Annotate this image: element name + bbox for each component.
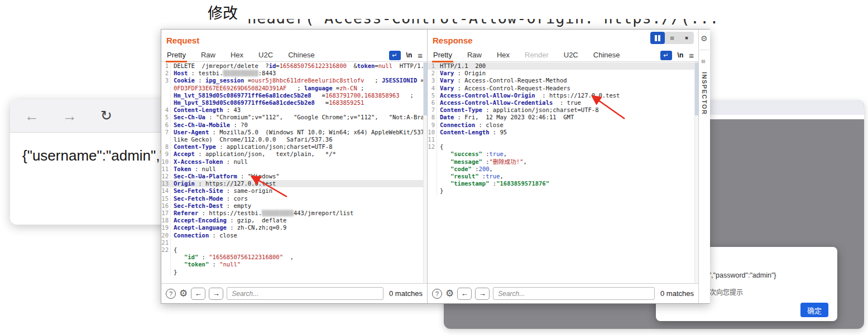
code-line: like Gecko) Chrome/112.0.0.0 Safari/537.… — [161, 136, 423, 143]
code-line: "result" :true, — [428, 173, 694, 180]
code-line: 16Sec-Fetch-Dest : empty — [161, 202, 423, 210]
request-scrollbar[interactable] — [423, 62, 427, 283]
soft-wrap-icon[interactable]: ↵ — [389, 51, 401, 60]
request-code-area: 1DELETE /jmreport/delete ?id=16568507561… — [161, 62, 423, 283]
layout-single-button[interactable]: ■ — [679, 32, 694, 44]
code-line: "timestamp" :"1683859571876" — [428, 180, 694, 187]
http-message-editor-window: Request PrettyRawHexU2CChinese ↵ \n ≡ 1D… — [161, 29, 710, 304]
code-line: 5Sec-Ch-Ua : "Chromium";v="112", "Google… — [161, 114, 423, 121]
response-title: Response — [433, 36, 473, 45]
layout-rows-button[interactable]: ≡ — [665, 32, 679, 44]
gear-icon[interactable]: ⚙ — [701, 34, 708, 43]
show-newlines-toggle[interactable]: \n — [678, 51, 684, 59]
code-line: 18Accept-Encoding : gzip, deflate — [161, 217, 423, 224]
code-line: 1HTTP/1.1 200 — [428, 62, 694, 70]
ok-button[interactable]: 确定 — [800, 303, 828, 317]
search-prev-button[interactable]: ← — [457, 288, 472, 300]
tab-chinese[interactable]: Chinese — [593, 51, 620, 59]
code-line: 21 — [161, 239, 423, 246]
code-line: 12{ — [428, 143, 694, 150]
code-line: "message" :"删除成功!", — [428, 158, 694, 166]
tab-render[interactable]: Render — [525, 51, 549, 59]
code-line: 9Connection : close — [428, 122, 694, 129]
request-pane: Request PrettyRawHexU2CChinese ↵ \n ≡ 1D… — [161, 30, 428, 303]
code-line: 7User-Agent : Mozilla/5.0 (Windows NT 10… — [161, 129, 423, 136]
code-line: 20Connection : close — [161, 232, 423, 239]
code-line: 12Sec-Ch-Ua-Platform : "Windows" — [161, 173, 423, 180]
code-line: 22{ — [161, 246, 423, 254]
code-line: Hm_lvt_5819d05c0869771ff6e6a81cdec5b2e8 … — [161, 92, 423, 99]
code-line: 8Content-Type : application/json;charset… — [161, 143, 423, 150]
code-line: 0FD3FDF33E67EE69269D650824D391AF ; langu… — [161, 85, 423, 92]
code-line: 13Origin : https://127.0.0.test — [161, 180, 423, 187]
tab-pretty[interactable]: Pretty — [167, 51, 186, 59]
response-scrollbar[interactable] — [694, 62, 698, 283]
search-prev-button[interactable]: ← — [191, 288, 205, 300]
help-icon[interactable]: ? — [166, 289, 176, 299]
dialog-message-fragment: nin","password":"admin"} — [699, 271, 776, 279]
search-settings-icon[interactable]: ⚙ — [179, 289, 188, 298]
request-match-count: 0 matches — [387, 289, 423, 298]
inspector-sidebar: ⚙ ≡ INSPECTOR — [698, 30, 710, 303]
tab-u2c[interactable]: U2C — [564, 51, 578, 59]
inspector-label[interactable]: INSPECTOR — [701, 72, 708, 115]
code-line: 3Cookie : ipg_session =ousr5j8hbc611dre8… — [161, 77, 423, 84]
response-match-count: 0 matches — [658, 289, 694, 298]
tab-u2c[interactable]: U2C — [258, 51, 273, 59]
help-icon[interactable]: ? — [432, 289, 442, 299]
tab-chinese[interactable]: Chinese — [288, 51, 315, 59]
tab-pretty[interactable]: Pretty — [433, 51, 452, 59]
editor-menu-icon[interactable]: ≡ — [689, 51, 694, 60]
back-icon[interactable]: ← — [25, 109, 39, 123]
code-line: 4Vary : Access-Control-Request-Headers — [428, 85, 694, 92]
code-line: 6Sec-Ch-Ua-Mobile : ?0 — [161, 122, 423, 129]
search-next-button[interactable]: → — [209, 288, 223, 300]
search-settings-icon[interactable]: ⚙ — [445, 289, 454, 298]
code-line: 9Accept : application/json, text/plain, … — [161, 150, 423, 158]
request-tabbar: PrettyRawHexU2CChinese — [161, 48, 427, 62]
code-line: } — [428, 187, 694, 195]
code-line: 19Accept-Language : zh-CN,zh;q=0.9 — [161, 224, 423, 231]
tab-hex[interactable]: Hex — [231, 51, 243, 59]
code-line: 2Vary : Origin — [428, 70, 694, 77]
show-newlines-toggle[interactable]: \n — [406, 51, 413, 59]
search-next-button[interactable]: → — [475, 288, 490, 300]
tab-raw[interactable]: Raw — [467, 51, 482, 59]
code-line: 11Token : null — [161, 166, 423, 173]
occluded-code-line: header("Access-Control-Allow-Origin: htt… — [247, 19, 716, 28]
response-search-input[interactable] — [493, 287, 655, 300]
editor-menu-icon[interactable]: ≡ — [418, 51, 423, 60]
tab-raw[interactable]: Raw — [201, 51, 215, 59]
code-line: "id" : "1656850756122316800" , — [161, 254, 423, 261]
code-line: 14Sec-Fetch-Site : same-origin — [161, 187, 423, 195]
code-line: 7Content-Type : application/json;charset… — [428, 106, 694, 114]
rows-icon: ≡ — [670, 34, 674, 42]
request-title: Request — [166, 36, 199, 45]
response-pane: ≡ ■ Response PrettyRawHexRenderU2CChines… — [428, 30, 698, 303]
code-line: 3Vary : Access-Control-Request-Method — [428, 77, 694, 84]
code-line: "token" : "null" — [161, 261, 423, 268]
layout-columns-button[interactable] — [650, 32, 665, 44]
response-search-bar: ? ⚙ ← → 0 matches — [428, 283, 698, 303]
code-line: 4Content-Length : 43 — [161, 106, 423, 114]
code-line: 6Access-Control-Allow-Credentials : true — [428, 99, 694, 106]
modify-annotation: 修改 — [208, 1, 238, 23]
layout-segmented-control: ≡ ■ — [650, 32, 694, 44]
soft-wrap-icon[interactable]: ↵ — [660, 51, 672, 60]
tab-hex[interactable]: Hex — [497, 51, 510, 59]
request-search-bar: ? ⚙ ← → 0 matches — [161, 283, 427, 303]
dock-toggle-icon[interactable]: ≡ — [699, 59, 707, 63]
code-line: "success" :true, — [428, 150, 694, 158]
forward-icon[interactable]: → — [63, 109, 77, 123]
code-line: 10Content-Length : 95 — [428, 129, 694, 136]
code-line: 1DELETE /jmreport/delete ?id=16568507561… — [161, 62, 423, 70]
request-search-input[interactable] — [227, 287, 383, 300]
response-code-area: 1HTTP/1.1 2002Vary : Origin3Vary : Acces… — [428, 62, 694, 283]
divider — [700, 50, 709, 50]
code-line: Hm_lpvt_5819d05c0869771ff6e6a81cdec5b2e8… — [161, 99, 423, 106]
reload-icon[interactable]: ↻ — [100, 109, 112, 123]
request-scroll-thumb[interactable] — [424, 62, 427, 115]
square-icon: ■ — [685, 35, 688, 41]
code-line: 2Host : testbi.▒▒▒▒▒▒▒▒▒▒:8443 — [161, 70, 423, 77]
code-line: 10X-Access-Token : null — [161, 158, 423, 166]
